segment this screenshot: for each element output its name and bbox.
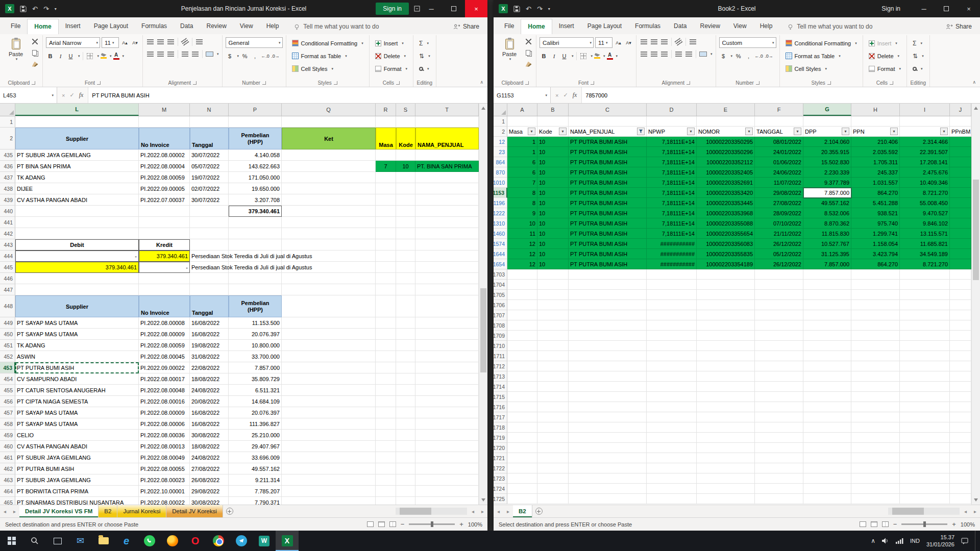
cell-G1723[interactable] [803, 473, 851, 484]
format-cells-button[interactable]: Format▾ [866, 63, 903, 74]
cell-N455[interactable]: 24/08/2022 [190, 385, 229, 396]
align-center-button[interactable] [650, 49, 658, 58]
cell-N448[interactable]: Tanggal [190, 295, 229, 317]
cell-E1720[interactable] [697, 443, 755, 453]
row-header-23[interactable]: 23 [494, 147, 507, 157]
page-break-view-icon[interactable] [882, 521, 889, 527]
undo-icon[interactable]: ↶ [526, 5, 531, 13]
cell-I1703[interactable] [900, 269, 950, 280]
cell-P464[interactable]: 7.785.207 [229, 486, 282, 497]
cell-E1724[interactable] [697, 484, 755, 494]
taskbar-app-file-explorer[interactable] [92, 531, 115, 551]
cell-J2[interactable]: PPnBM [950, 127, 971, 137]
cell-C1704[interactable] [569, 280, 647, 290]
action-center-icon[interactable] [961, 538, 968, 544]
column-header-L[interactable]: L [15, 104, 139, 116]
cell-P449[interactable]: 11.153.500 [229, 317, 282, 329]
cell-P440[interactable]: 379.340.461 [229, 206, 282, 217]
cell-N443[interactable] [190, 239, 229, 251]
row-header-455[interactable]: 455 [0, 385, 15, 396]
align-top-button[interactable] [640, 37, 648, 46]
wrap-text-button[interactable] [689, 37, 697, 46]
align-bottom-button[interactable] [166, 37, 175, 46]
formula-bar[interactable]: 7857000 [582, 87, 980, 103]
cell-B1723[interactable] [537, 473, 569, 484]
format-cells-button[interactable]: Format▾ [373, 63, 410, 74]
cell-L447[interactable] [15, 284, 139, 295]
cell-F1153[interactable]: 29/08/2022 [755, 188, 803, 198]
cell-Q455[interactable] [282, 385, 376, 396]
autosum-button[interactable]: Σ▾ [910, 37, 925, 49]
cell-L455[interactable]: PT CATUR SENTOSA ANUGERAH [15, 385, 139, 396]
row-header-460[interactable]: 460 [0, 441, 15, 452]
cell-R436[interactable]: 7 [376, 161, 396, 172]
cell-R454[interactable] [376, 373, 396, 385]
cell-G1460[interactable]: 11.815.830 [803, 229, 851, 239]
cell-G1707[interactable] [803, 310, 851, 320]
filter-dropdown-icon[interactable]: ▾ [890, 128, 898, 135]
cell-H1[interactable] [851, 116, 900, 127]
cell-G1721[interactable] [803, 453, 851, 463]
cell-M461[interactable]: PI.2022.08.00049 [139, 452, 190, 463]
find-select-button[interactable]: ▾ [910, 63, 925, 74]
cell-I1[interactable] [900, 116, 950, 127]
cell-F1721[interactable] [755, 453, 803, 463]
cell-F1715[interactable] [755, 392, 803, 402]
cell-P463[interactable]: 9.211.314 [229, 474, 282, 486]
cell-C1722[interactable] [569, 463, 647, 473]
decrease-decimal-button[interactable]: .0→ [765, 52, 773, 60]
column-header-E[interactable]: E [697, 104, 755, 116]
italic-button[interactable]: I [550, 52, 558, 60]
cell-C23[interactable]: PT PUTRA BUMI ASIH [569, 147, 647, 157]
cell-R447[interactable] [376, 284, 396, 295]
cell-F1310[interactable]: 07/10/2022 [755, 218, 803, 229]
cell-D1713[interactable] [647, 371, 697, 382]
cell-D1310[interactable]: 7,18111E+14 [647, 218, 697, 229]
cell-G1722[interactable] [803, 463, 851, 473]
zoom-out-icon[interactable]: − [893, 520, 897, 528]
cell-L452[interactable]: ASWIN [15, 351, 139, 362]
cell-Q440[interactable] [282, 206, 376, 217]
cell-N465[interactable]: 30/08/2022 [190, 497, 229, 505]
orientation-button[interactable] [674, 37, 683, 46]
cell-M450[interactable]: PI.2022.08.00009 [139, 329, 190, 340]
cell-I1710[interactable] [900, 341, 950, 351]
filter-applied-icon[interactable] [637, 128, 645, 135]
cell-Q446[interactable] [282, 273, 376, 284]
align-center-button[interactable] [156, 49, 165, 58]
row-header-1654[interactable]: 1654 [494, 259, 507, 269]
cell-T440[interactable] [415, 206, 479, 217]
cell-B1644[interactable]: 10 [537, 249, 569, 259]
insert-function-icon[interactable]: fx [79, 91, 84, 99]
cell-D1644[interactable]: ########### [647, 249, 697, 259]
cell-G1710[interactable] [803, 341, 851, 351]
cell-G1153[interactable]: 7.857.000 [803, 188, 851, 198]
cell-R443[interactable] [376, 239, 396, 251]
cell-A1709[interactable] [507, 331, 537, 341]
cell-F1712[interactable] [755, 361, 803, 371]
cell-L435[interactable]: PT SUBUR JAYA GEMILANG [15, 149, 139, 161]
cell-E864[interactable]: 100002203352112 [697, 157, 755, 167]
ribbon-tab-home[interactable]: Home [27, 19, 58, 34]
cell-B1713[interactable] [537, 371, 569, 382]
scroll-up-icon[interactable] [481, 107, 485, 110]
find-select-button[interactable]: ▾ [416, 63, 432, 74]
cell-C1719[interactable] [569, 433, 647, 443]
zoom-slider-thumb[interactable] [923, 521, 926, 527]
sheet-nav-prev-icon[interactable]: ◂ [494, 505, 503, 517]
cell-N438[interactable]: 02/07/2022 [190, 183, 229, 194]
cell-E1719[interactable] [697, 433, 755, 443]
row-header-443[interactable]: 443 [0, 239, 15, 251]
cell-R449[interactable] [376, 317, 396, 329]
enter-icon[interactable]: ✓ [563, 92, 568, 98]
row-header-444[interactable]: 444 [0, 251, 15, 262]
cell-F1705[interactable] [755, 290, 803, 300]
row-header-450[interactable]: 450 [0, 329, 15, 340]
cell-L464[interactable]: PT BORWITA CITRA PRIMA [15, 486, 139, 497]
filter-dropdown-icon[interactable]: ▾ [745, 128, 753, 135]
cell-G12[interactable]: 2.104.060 [803, 137, 851, 147]
cell-R459[interactable] [376, 430, 396, 441]
cell-J1707[interactable] [950, 310, 971, 320]
cell-A23[interactable]: 1 [507, 147, 537, 157]
taskbar-app-excel[interactable]: X [276, 531, 299, 551]
